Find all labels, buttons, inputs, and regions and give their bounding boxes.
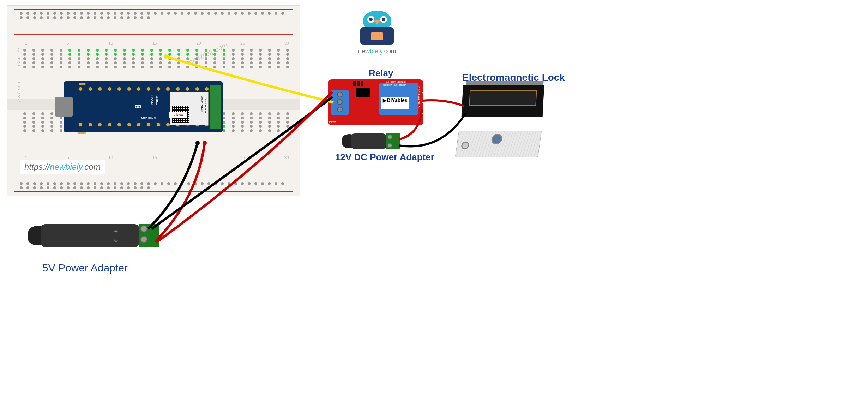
logo-prefix: new	[358, 48, 370, 55]
arduino-model-nano: NANO	[150, 95, 154, 105]
relay-no: NO	[422, 109, 430, 120]
arduino-antenna-area	[210, 85, 221, 129]
relay-cube-text-1: SRD-05VDC-SL-C	[417, 85, 421, 108]
barrel-jack-5v-body: ⊖ ⊕	[41, 224, 139, 247]
arduino-nano-esp32-board: D12 D11 D10 D9 D8 D7 D6 D5 D4 D3 D2 GND …	[64, 81, 223, 132]
relay-trigger-text: high/low level trigger	[383, 84, 406, 86]
breadboard-col-numbers-top: 151015202530	[25, 41, 289, 46]
relay-module-text: 1 Relay Module	[386, 80, 406, 83]
breadboard-rail-top-red	[14, 34, 293, 35]
arduino-pinholes-top: for(var i=0;i<15;i++)document.write('<sp…	[78, 86, 219, 91]
chip-serial: 00B-00 22/15	[204, 96, 207, 113]
breadboard-row-letters-left: JIHGFEDCBA	[17, 48, 20, 103]
maglock-coil-strip	[469, 90, 537, 106]
breadboard-rail-top-blue	[14, 9, 293, 10]
maglock-armature-plate	[455, 131, 542, 157]
arduino-brand-text: ARDUINO	[141, 117, 156, 120]
breadboard-rail-bottom-blue	[14, 191, 293, 192]
logo-text: newbiely.com	[358, 48, 396, 55]
relay-nc: NC	[422, 88, 430, 99]
relay-pwr-text: PWR	[329, 120, 336, 124]
relay-com: COM	[422, 99, 430, 109]
relay-module: PWR ▶DIYables SRD-05VDC-SL-C 1 Relay Mod…	[328, 79, 423, 125]
relay-cube: ▶DIYables	[379, 83, 418, 115]
source-url-box: https://newbiely.com	[20, 160, 105, 174]
terminal-block-5v	[139, 224, 159, 247]
logo-suffix: .com	[382, 48, 396, 55]
relay-label: Relay	[369, 68, 393, 79]
url-suffix: .com	[82, 162, 101, 172]
usb-c-port	[55, 97, 73, 117]
ublox-logo: u-blox	[169, 112, 187, 118]
relay-optocoupler-icon	[356, 88, 370, 97]
relay-output-labels: NC COM NO	[422, 88, 430, 120]
url-prefix: https://	[24, 162, 50, 172]
breadboard-main-top: for(var r=0;r<5;r++){ document.write('<d…	[23, 48, 289, 69]
chip-model: NORA-W106	[201, 96, 204, 112]
chip-code: C0E3F	[182, 125, 191, 128]
pin-tx1: TX1	[78, 82, 86, 86]
breadboard-rail-holes-bottom: document.write(Array(60).fill('<span cla…	[20, 182, 285, 189]
relay-input-terminal	[331, 90, 349, 115]
url-brand: newbiely	[50, 162, 82, 172]
diyables-logo: ▶DIYables	[381, 97, 409, 109]
barrel-jack-12v-body	[351, 133, 386, 149]
maglock-body	[462, 85, 544, 117]
wifi-module-chip: 00B-00 22/15 NORA-W106 u-blox C0E3F	[170, 92, 209, 125]
relay-jumper	[353, 81, 363, 86]
terminal-block-12v	[386, 133, 400, 149]
dc-5v-label: 5V Power Adapter	[42, 262, 128, 274]
arduino-logo-icon: ∞	[134, 101, 141, 112]
logo-mid: biely	[370, 48, 382, 55]
pin-vin: VIN	[77, 131, 86, 135]
breadboard: document.write(Array(60).fill('<span cla…	[7, 5, 300, 196]
breadboard-rail-holes-top: document.write(Array(60).fill('<span cla…	[20, 12, 285, 19]
arduino-model-esp32: ESP32	[156, 95, 159, 105]
dc-12v-label: 12V DC Power Adapter	[335, 152, 434, 163]
laptop-icon	[360, 27, 394, 45]
newbiely-logo: newbiely.com	[358, 11, 396, 55]
